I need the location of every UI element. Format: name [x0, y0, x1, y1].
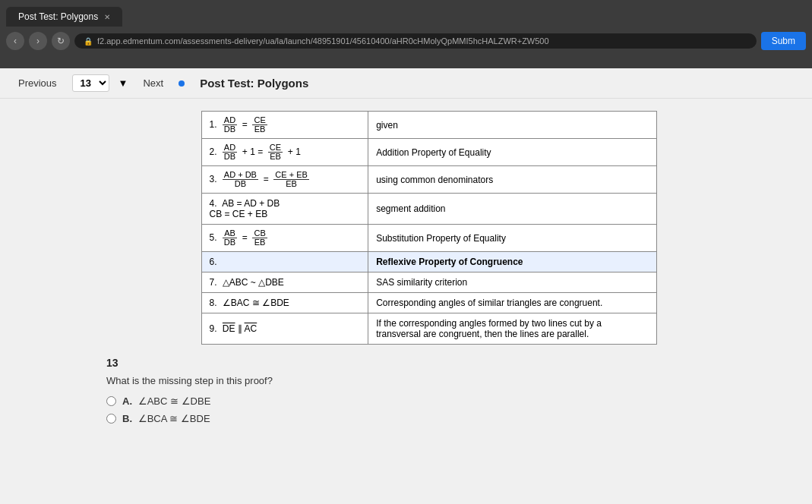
forward-button[interactable]: › [29, 32, 47, 50]
step-8-reason: Corresponding angles of similar triangle… [368, 293, 656, 313]
table-row: 2. ADDB + 1 = CEEB + 1 Addition Property… [201, 139, 656, 166]
answer-option-b[interactable]: B. ∠BCA ≅ ∠BDE [106, 413, 797, 424]
table-row: 4. AB = AD + DBCB = CE + EB segment addi… [201, 194, 656, 225]
step-8-statement: 8. ∠BAC ≅ ∠BDE [201, 293, 368, 313]
step-4-statement: 4. AB = AD + DBCB = CE + EB [201, 194, 368, 225]
step-1-reason: given [368, 112, 656, 139]
next-button[interactable]: Next [137, 74, 169, 92]
question-num-display: ▼ [118, 77, 128, 89]
table-row: 3. AD + DBDB = CE + EBEB using common de… [201, 166, 656, 194]
step-4-reason: segment addition [368, 194, 656, 225]
table-row: 1. ADDB = CEEB given [201, 112, 656, 139]
tab-bar: Post Test: Polygons ✕ [0, 0, 812, 27]
nav-dot [179, 80, 185, 87]
browser-chrome: Post Test: Polygons ✕ ‹ › ↻ 🔒 f2.app.edm… [0, 0, 812, 68]
step-7-statement: 7. △ABC ~ △DBE [201, 272, 368, 293]
step-3-statement: 3. AD + DBDB = CE + EBEB [201, 166, 368, 194]
table-row: 5. ABDB = CBEB Substitution Property of … [201, 225, 656, 252]
step-2-statement: 2. ADDB + 1 = CEEB + 1 [201, 139, 368, 166]
tab-title: Post Test: Polygons [18, 11, 98, 22]
option-b-label: B. ∠BCA ≅ ∠BDE [122, 413, 210, 424]
step-6-reason: Reflexive Property of Congruence [368, 252, 656, 272]
step-3-reason: using common denominators [368, 166, 656, 194]
back-button[interactable]: ‹ [6, 32, 24, 50]
submit-button[interactable]: Subm [761, 32, 806, 50]
table-row: 9. DE ∥ AC If the corresponding angles f… [201, 313, 656, 345]
refresh-button[interactable]: ↻ [52, 32, 70, 50]
question-text: What is the missing step in this proof? [106, 375, 797, 386]
tab-close-button[interactable]: ✕ [104, 13, 110, 21]
address-bar[interactable]: 🔒 f2.app.edmentum.com/assessments-delive… [74, 33, 757, 49]
table-row: 8. ∠BAC ≅ ∠BDE Corresponding angles of s… [201, 293, 656, 313]
question-number-select[interactable]: 13 [72, 74, 109, 92]
url-text: f2.app.edmentum.com/assessments-delivery… [97, 36, 549, 46]
step-5-reason: Substitution Property of Equality [368, 225, 656, 252]
step-9-statement: 9. DE ∥ AC [201, 313, 368, 345]
step-5-statement: 5. ABDB = CBEB [201, 225, 368, 252]
radio-option-b[interactable] [106, 414, 116, 424]
address-bar-row: ‹ › ↻ 🔒 f2.app.edmentum.com/assessments-… [0, 27, 812, 55]
answer-option-a[interactable]: A. ∠ABC ≅ ∠DBE [106, 395, 797, 407]
main-content: 1. ADDB = CEEB given 2. ADDB + 1 = CEEB … [0, 99, 812, 443]
table-row: 7. △ABC ~ △DBE SAS similarity criterion [201, 272, 656, 293]
step-2-reason: Addition Property of Equality [368, 139, 656, 166]
step-1-statement: 1. ADDB = CEEB [201, 112, 368, 139]
step-6-statement: 6. [201, 252, 368, 272]
active-tab[interactable]: Post Test: Polygons ✕ [6, 7, 122, 27]
secure-icon: 🔒 [84, 37, 93, 46]
proof-table: 1. ADDB = CEEB given 2. ADDB + 1 = CEEB … [201, 111, 657, 345]
page-title: Post Test: Polygons [200, 77, 308, 90]
question-number: 13 [106, 357, 797, 369]
step-9-reason: If the corresponding angles formed by tw… [368, 313, 656, 345]
page-content: Previous 13 ▼ Next Post Test: Polygons 1… [0, 68, 812, 504]
previous-button[interactable]: Previous [12, 74, 63, 92]
table-row-missing: 6. Reflexive Property of Congruence [201, 252, 656, 272]
radio-option-a[interactable] [106, 396, 116, 406]
top-nav: Previous 13 ▼ Next Post Test: Polygons [0, 68, 812, 99]
option-a-label: A. ∠ABC ≅ ∠DBE [122, 395, 210, 407]
step-7-reason: SAS similarity criterion [368, 272, 656, 293]
question-section: 13 What is the missing step in this proo… [61, 357, 797, 424]
